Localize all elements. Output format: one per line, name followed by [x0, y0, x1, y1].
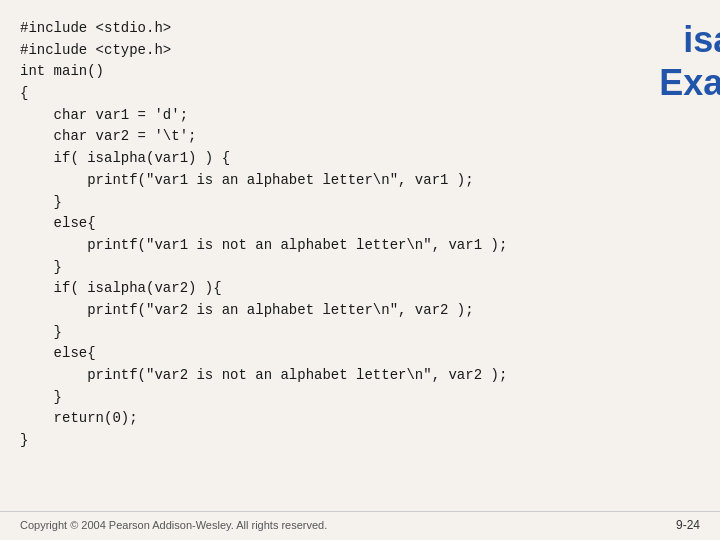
footer: Copyright © 2004 Pearson Addison-Wesley.… [0, 511, 720, 540]
slide-container: #include <stdio.h> #include <ctype.h> in… [0, 0, 720, 540]
title-section: isalpha Example [527, 18, 720, 501]
slide-title: isalpha Example [527, 18, 720, 104]
footer-copyright: Copyright © 2004 Pearson Addison-Wesley.… [20, 519, 327, 531]
footer-page: 9-24 [676, 518, 700, 532]
main-content: #include <stdio.h> #include <ctype.h> in… [0, 0, 720, 511]
code-block: #include <stdio.h> #include <ctype.h> in… [20, 18, 507, 452]
code-section: #include <stdio.h> #include <ctype.h> in… [20, 18, 507, 501]
